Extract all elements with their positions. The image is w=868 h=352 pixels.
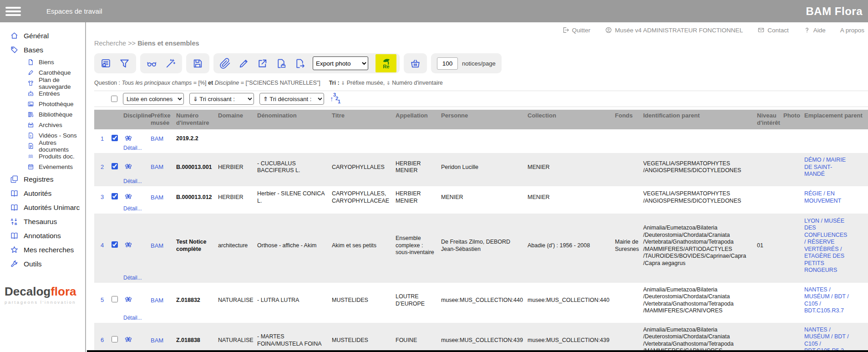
sidebar-item-label: Vidéos - Sons [39,132,77,139]
book-icon[interactable]: Autorités Unimarc [0,200,85,214]
row-number-link[interactable]: 1 [101,135,104,142]
row-number-link[interactable]: 5 [101,296,104,303]
denomination-cell: Herbier - SILENE CONICA L. [257,190,332,204]
row-checkbox[interactable] [112,296,118,302]
books-icon[interactable]: Bibliothèque [24,109,85,120]
sort-down-arrow-icon: ⇓ [341,80,345,86]
location-parent-cell[interactable]: NANTES / MUSÉUM / BDT / C105 / BDT.C105.… [804,286,868,315]
A propos[interactable]: A propos [840,27,864,34]
sort-ascending-select[interactable]: ⇓ Tri croissant : [189,93,254,105]
column-header: Niveau d'intérêt [757,112,783,126]
garment-icon[interactable]: Plan de sauvegarde [24,78,85,88]
row-checkbox[interactable] [112,163,118,169]
prefix-cell[interactable]: BAM [151,337,176,344]
filter-icon[interactable] [119,58,130,69]
detail-link[interactable]: Détail... [123,205,142,212]
row-checkbox[interactable] [112,336,118,342]
butterfly-icon [123,295,133,304]
prefix-cell[interactable]: BAM [151,194,176,201]
picture-icon[interactable]: Photothèque [24,99,85,109]
detail-link[interactable]: Détail... [123,315,142,321]
prefix-cell[interactable]: BAM [151,242,176,250]
detail-link[interactable]: Détail... [123,178,142,185]
home-icon[interactable]: Général [0,29,85,43]
sort-az-icon[interactable]: Thesaurus [0,214,85,229]
sidebar-item-label: Mes recherches [24,246,74,254]
pencil-icon[interactable] [238,58,249,69]
row-checkbox[interactable] [112,241,118,248]
view-mode-select[interactable]: Liste en colonnes [123,93,184,105]
Quitter[interactable]: Quitter [562,26,591,34]
location-parent-cell[interactable]: NANTES / MUSÉUM / BDT / C105 / BDT.C105.… [804,326,868,352]
main-content: Quitter Musée v4 ADMINISTRATEUR FONCTION… [86,22,868,352]
sort-field-2: Numéro d'inventaire [392,80,442,86]
detail-link[interactable]: Détail... [123,275,142,281]
header-link-label: Aide [813,27,826,34]
basket-icon[interactable] [410,58,421,69]
external-link-icon[interactable] [257,58,268,69]
book-icon[interactable]: Annotations [0,229,85,243]
table-row: 3 BAM B.000013.012 HERBIER Herbier - SIL… [94,186,868,214]
inventory-number-cell: Test Notice complète [176,239,218,253]
identification-parent-cell: VEGETALIA/SPERMATOPHYTES /ANGIOSPERMES/D… [643,160,757,174]
registers-icon[interactable]: Registres [0,172,85,186]
note-icon[interactable]: Biens [24,57,85,67]
row-number-link[interactable]: 6 [101,337,104,343]
recolnat-export-button[interactable] [376,54,396,72]
Musée v4 ADMINISTRATEUR FONCTIONNEL[interactable]: Musée v4 ADMINISTRATEUR FONCTIONNEL [605,26,743,34]
prefix-cell[interactable]: BAM [151,135,176,143]
tag-icon[interactable]: Bases [0,43,85,57]
row-number-link[interactable]: 2 [101,163,104,170]
Contact[interactable]: Contact [757,26,789,34]
toolbar-edit-icons [219,58,305,69]
document-icon[interactable]: Autres documents [24,141,85,151]
row-checkbox[interactable] [112,193,118,199]
Aide[interactable]: Aide [803,26,826,34]
star-icon[interactable]: Mes recherches [0,243,85,257]
identification-parent-cell: Animalia/Eumetazoa/Bilateria /Deuterosto… [643,326,757,352]
save-icon[interactable] [192,58,203,69]
location-parent-cell[interactable]: DÉMO / MAIRIE DE SAINT-MANDÉ [804,157,868,178]
row-number-link[interactable]: 4 [101,242,104,249]
row-checkbox[interactable] [112,135,118,141]
wrench-icon[interactable]: Outils [0,257,85,271]
bee-leaf-icon [380,57,392,70]
sort-numeric-icon[interactable]: 3 ↑ 2 1 [330,93,340,105]
row-number-link[interactable]: 3 [101,194,104,200]
export-photo-select[interactable]: Export photo [313,56,368,70]
glasses-icon[interactable] [146,58,157,69]
table-row: 4 BAM Test Notice complète architecture … [94,214,868,283]
table-row: 2 BAM B.000013.001 HERBIER - CUCUBALUS B… [94,153,868,186]
book-icon[interactable]: Autorités [0,186,85,200]
select-all-checkbox[interactable] [111,96,117,102]
collection-cell: musee:MUS_COLLECTION:439 [528,337,615,344]
notices-per-page-label: notices/page [462,60,496,67]
column-header: Identification parent [643,112,757,126]
hamburger-menu-icon[interactable] [5,5,21,18]
inventory-number-cell: Z.018838 [176,337,218,344]
column-header: Domaine [218,112,257,126]
list-controls: Liste en colonnes ⇓ Tri croissant : ⇑ Tr… [94,91,868,107]
column-header: Dénomination [257,112,332,126]
query-value-2: = ["SCIENCES NATURELLES"] [241,80,320,86]
prefix-cell[interactable]: BAM [151,163,176,171]
list-search-icon[interactable] [100,58,112,69]
magic-wand-icon[interactable] [165,58,176,69]
archive-box-icon[interactable]: Archives [24,120,85,130]
paperclip-icon[interactable] [219,58,231,69]
location-parent-cell[interactable]: RÉGIE / EN MOUVEMENT [804,190,868,204]
decalog-flora-logo: Decalogflora partageons l'innovation [5,285,85,305]
calendar-icon[interactable]: Evènements [24,162,85,172]
document-print-icon[interactable] [275,58,287,69]
sort-down-arrow-icon: ⇓ [386,80,391,86]
location-parent-cell[interactable]: LYON / MUSÉE DES CONFLUENCES / RÉSERVE V… [804,218,868,274]
notices-per-page-input[interactable] [437,57,458,70]
document-export-icon[interactable] [294,58,305,69]
row-checkbox-cell [112,336,123,345]
sort-descending-select[interactable]: ⇑ Tri décroissant : [259,93,324,105]
inventory-number-cell: B.000013.001 [176,164,218,171]
detail-link[interactable]: Détail... [123,145,142,152]
prefix-cell[interactable]: BAM [151,297,176,304]
appellation-cell: HERBIER MENIER [396,190,441,204]
row-number-cell: 4 [94,242,112,250]
